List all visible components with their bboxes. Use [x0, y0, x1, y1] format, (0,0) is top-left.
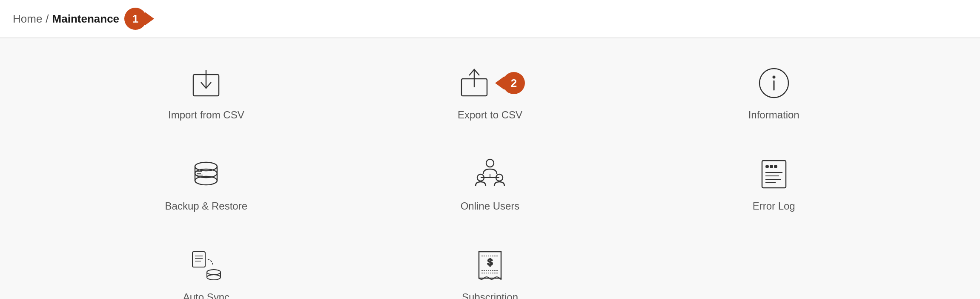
svg-point-35	[207, 275, 221, 280]
svg-point-15	[486, 159, 494, 167]
subscription-label: Subscription	[462, 291, 518, 299]
badge-1: 1	[124, 8, 146, 30]
backup-restore-icon	[187, 155, 225, 193]
online-users-icon	[471, 155, 509, 193]
online-users-label: Online Users	[461, 200, 520, 212]
svg-point-22	[770, 165, 773, 168]
grid-item-import-csv[interactable]: Import from CSV	[64, 51, 348, 134]
backup-restore-label: Backup & Restore	[165, 200, 247, 212]
svg-text:$: $	[487, 257, 493, 267]
auto-sync-icon	[187, 246, 225, 285]
page-wrapper: Home / Maintenance 1 Import from C	[0, 0, 980, 299]
grid-item-empty	[632, 233, 916, 299]
main-content: Import from CSV	[0, 38, 980, 299]
grid-container: Import from CSV	[64, 51, 916, 299]
svg-rect-28	[192, 252, 205, 267]
badge-2: 2	[503, 72, 525, 94]
grid-item-error-log[interactable]: Error Log	[632, 142, 916, 225]
grid-item-export-csv[interactable]: 2 Export to CSV	[348, 51, 632, 134]
svg-rect-20	[762, 161, 786, 188]
svg-point-6	[773, 76, 775, 78]
grid-item-online-users[interactable]: Online Users	[348, 142, 632, 225]
breadcrumb-home[interactable]: Home	[13, 12, 42, 26]
information-icon	[755, 64, 793, 102]
auto-sync-label: Auto Sync	[183, 291, 229, 299]
svg-point-32	[207, 270, 221, 275]
svg-point-21	[766, 165, 768, 168]
error-log-label: Error Log	[753, 200, 795, 212]
import-csv-icon	[187, 64, 225, 102]
error-log-icon	[755, 155, 793, 193]
breadcrumb-bar: Home / Maintenance 1	[0, 0, 980, 38]
information-label: Information	[748, 109, 799, 121]
import-csv-label: Import from CSV	[168, 109, 244, 121]
svg-point-23	[774, 165, 777, 168]
subscription-icon: $	[471, 246, 509, 285]
grid-item-auto-sync[interactable]: Auto Sync	[64, 233, 348, 299]
breadcrumb-separator: /	[46, 12, 49, 26]
export-csv-icon	[455, 64, 493, 102]
grid-item-subscription[interactable]: $ Subscription	[348, 233, 632, 299]
export-icon-row: 2	[455, 64, 525, 102]
breadcrumb-current: Maintenance	[52, 12, 120, 26]
badge-2-wrap: 2	[503, 72, 525, 94]
grid-item-information[interactable]: Information	[632, 51, 916, 134]
badge-1-wrap: 1	[124, 8, 146, 30]
export-csv-label: Export to CSV	[458, 109, 522, 121]
grid-item-backup-restore[interactable]: Backup & Restore	[64, 142, 348, 225]
